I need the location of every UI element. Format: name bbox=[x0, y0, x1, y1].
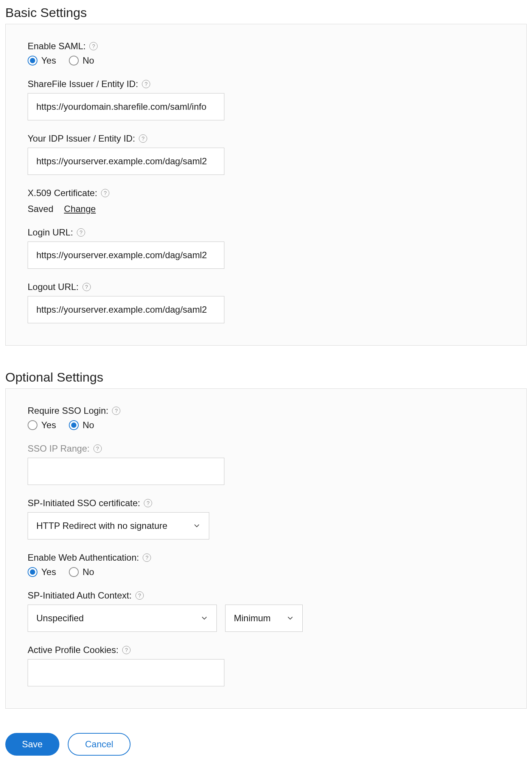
logout-url-input[interactable]: https://yourserver.example.com/dag/saml2 bbox=[28, 296, 224, 323]
input-value: https://yourdomain.sharefile.com/saml/in… bbox=[36, 101, 207, 112]
basic-settings-title: Basic Settings bbox=[5, 5, 527, 20]
label-text: Logout URL: bbox=[28, 282, 79, 292]
input-value: https://yourserver.example.com/dag/saml2 bbox=[36, 250, 207, 260]
label-text: SSO IP Range: bbox=[28, 443, 90, 454]
help-icon[interactable]: ? bbox=[101, 189, 109, 197]
x509-status-row: Saved Change bbox=[28, 204, 504, 214]
help-icon[interactable]: ? bbox=[143, 553, 151, 562]
sp-cert-select[interactable]: HTTP Redirect with no signature bbox=[28, 512, 209, 539]
idp-issuer-label: Your IDP Issuer / Entity ID: ? bbox=[28, 133, 147, 144]
label-text: X.509 Certificate: bbox=[28, 188, 97, 198]
sso-ip-range-field: SSO IP Range: ? bbox=[28, 443, 504, 485]
enable-saml-no[interactable]: No bbox=[69, 55, 94, 66]
radio-icon bbox=[69, 567, 79, 577]
require-sso-yes[interactable]: Yes bbox=[28, 420, 56, 430]
radio-icon bbox=[28, 567, 37, 577]
enable-webauth-field: Enable Web Authentication: ? Yes No bbox=[28, 552, 504, 577]
x509-label: X.509 Certificate: ? bbox=[28, 188, 109, 198]
login-url-label: Login URL: ? bbox=[28, 227, 85, 238]
sp-auth-context-label: SP-Initiated Auth Context: ? bbox=[28, 590, 144, 601]
logout-url-field: Logout URL: ? https://yourserver.example… bbox=[28, 282, 504, 323]
help-icon[interactable]: ? bbox=[112, 407, 120, 415]
action-buttons: Save Cancel bbox=[5, 733, 527, 756]
sp-auth-comparison-select[interactable]: Minimum bbox=[225, 605, 303, 632]
active-profile-input[interactable] bbox=[28, 659, 224, 686]
help-icon[interactable]: ? bbox=[139, 134, 147, 143]
help-icon[interactable]: ? bbox=[144, 499, 152, 507]
radio-label: Yes bbox=[41, 55, 56, 66]
sp-cert-label: SP-Initiated SSO certificate: ? bbox=[28, 498, 152, 508]
active-profile-label: Active Profile Cookies: ? bbox=[28, 645, 131, 655]
active-profile-field: Active Profile Cookies: ? bbox=[28, 645, 504, 686]
chevron-down-icon bbox=[286, 614, 294, 622]
enable-saml-field: Enable SAML: ? Yes No bbox=[28, 41, 504, 66]
select-value: HTTP Redirect with no signature bbox=[36, 521, 167, 531]
input-value: https://yourserver.example.com/dag/saml2 bbox=[36, 304, 207, 315]
radio-icon bbox=[69, 420, 79, 430]
enable-webauth-no[interactable]: No bbox=[69, 567, 94, 577]
radio-icon bbox=[69, 56, 79, 65]
x509-field: X.509 Certificate: ? Saved Change bbox=[28, 188, 504, 214]
sso-ip-range-input[interactable] bbox=[28, 458, 224, 485]
radio-icon bbox=[28, 420, 37, 430]
select-value: Unspecified bbox=[36, 613, 84, 624]
help-icon[interactable]: ? bbox=[135, 591, 144, 600]
enable-webauth-radio-group: Yes No bbox=[28, 567, 504, 577]
sp-auth-context-field: SP-Initiated Auth Context: ? Unspecified… bbox=[28, 590, 504, 632]
save-button[interactable]: Save bbox=[5, 733, 59, 756]
label-text: ShareFile Issuer / Entity ID: bbox=[28, 79, 138, 89]
help-icon[interactable]: ? bbox=[93, 444, 102, 453]
logout-url-label: Logout URL: ? bbox=[28, 282, 91, 292]
chevron-down-icon bbox=[193, 522, 201, 530]
label-text: SP-Initiated SSO certificate: bbox=[28, 498, 140, 508]
login-url-field: Login URL: ? https://yourserver.example.… bbox=[28, 227, 504, 269]
sp-cert-field: SP-Initiated SSO certificate: ? HTTP Red… bbox=[28, 498, 504, 539]
help-icon[interactable]: ? bbox=[89, 42, 98, 50]
enable-webauth-yes[interactable]: Yes bbox=[28, 567, 56, 577]
login-url-input[interactable]: https://yourserver.example.com/dag/saml2 bbox=[28, 242, 224, 269]
label-text: SP-Initiated Auth Context: bbox=[28, 590, 132, 601]
radio-icon bbox=[28, 56, 37, 65]
sharefile-issuer-field: ShareFile Issuer / Entity ID: ? https://… bbox=[28, 79, 504, 120]
enable-saml-yes[interactable]: Yes bbox=[28, 55, 56, 66]
x509-status: Saved bbox=[28, 204, 53, 214]
sharefile-issuer-input[interactable]: https://yourdomain.sharefile.com/saml/in… bbox=[28, 93, 224, 120]
sso-ip-range-label: SSO IP Range: ? bbox=[28, 443, 102, 454]
radio-label: Yes bbox=[41, 420, 56, 430]
help-icon[interactable]: ? bbox=[142, 80, 150, 88]
require-sso-field: Require SSO Login: ? Yes No bbox=[28, 405, 504, 430]
idp-issuer-input[interactable]: https://yourserver.example.com/dag/saml2 bbox=[28, 148, 224, 175]
label-text: Active Profile Cookies: bbox=[28, 645, 118, 655]
require-sso-radio-group: Yes No bbox=[28, 420, 504, 430]
cancel-button[interactable]: Cancel bbox=[68, 733, 131, 756]
label-text: Enable Web Authentication: bbox=[28, 552, 139, 563]
require-sso-label: Require SSO Login: ? bbox=[28, 405, 120, 416]
enable-webauth-label: Enable Web Authentication: ? bbox=[28, 552, 151, 563]
radio-label: No bbox=[82, 567, 94, 577]
help-icon[interactable]: ? bbox=[77, 228, 85, 237]
enable-saml-label-text: Enable SAML: bbox=[28, 41, 86, 51]
basic-settings-panel: Enable SAML: ? Yes No ShareFile Issuer /… bbox=[5, 24, 527, 346]
input-value: https://yourserver.example.com/dag/saml2 bbox=[36, 156, 207, 167]
idp-issuer-field: Your IDP Issuer / Entity ID: ? https://y… bbox=[28, 133, 504, 175]
enable-saml-label: Enable SAML: ? bbox=[28, 41, 98, 51]
sharefile-issuer-label: ShareFile Issuer / Entity ID: ? bbox=[28, 79, 150, 89]
label-text: Your IDP Issuer / Entity ID: bbox=[28, 133, 135, 144]
help-icon[interactable]: ? bbox=[122, 646, 131, 654]
label-text: Require SSO Login: bbox=[28, 405, 108, 416]
label-text: Login URL: bbox=[28, 227, 73, 238]
sp-auth-context-select[interactable]: Unspecified bbox=[28, 605, 217, 632]
optional-settings-title: Optional Settings bbox=[5, 370, 527, 385]
x509-change-link[interactable]: Change bbox=[64, 204, 96, 214]
optional-settings-panel: Require SSO Login: ? Yes No SSO IP Range… bbox=[5, 388, 527, 709]
enable-saml-radio-group: Yes No bbox=[28, 55, 504, 66]
require-sso-no[interactable]: No bbox=[69, 420, 94, 430]
radio-label: No bbox=[82, 55, 94, 66]
radio-label: No bbox=[82, 420, 94, 430]
help-icon[interactable]: ? bbox=[82, 283, 91, 291]
select-value: Minimum bbox=[234, 613, 271, 624]
chevron-down-icon bbox=[201, 614, 208, 622]
radio-label: Yes bbox=[41, 567, 56, 577]
